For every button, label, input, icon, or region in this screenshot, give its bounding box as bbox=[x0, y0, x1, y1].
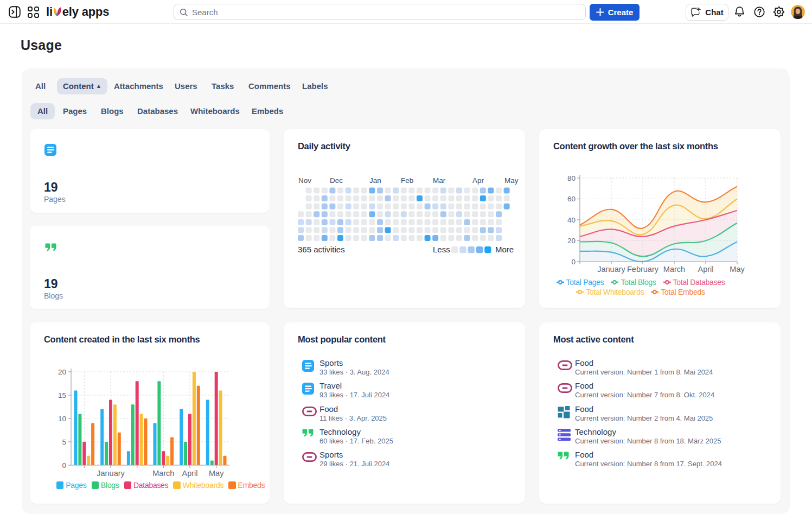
svg-text:40: 40 bbox=[567, 216, 576, 224]
svg-text:January: January bbox=[597, 265, 625, 274]
svg-text:5: 5 bbox=[62, 438, 66, 446]
svg-text:April: April bbox=[182, 469, 197, 478]
svg-text:Apr: Apr bbox=[472, 176, 484, 185]
svg-text:15: 15 bbox=[58, 391, 66, 399]
svg-text:20: 20 bbox=[58, 368, 66, 376]
svg-text:January: January bbox=[97, 469, 125, 478]
svg-text:March: March bbox=[152, 469, 174, 478]
svg-text:May: May bbox=[504, 176, 519, 185]
svg-text:60: 60 bbox=[567, 195, 576, 203]
svg-text:10: 10 bbox=[58, 415, 66, 423]
svg-text:May: May bbox=[209, 469, 224, 478]
svg-text:Nov: Nov bbox=[298, 176, 311, 185]
svg-text:Feb: Feb bbox=[401, 176, 413, 185]
svg-text:0: 0 bbox=[62, 461, 66, 469]
svg-text:March: March bbox=[663, 265, 685, 274]
svg-text:Jan: Jan bbox=[369, 176, 381, 185]
svg-text:0: 0 bbox=[571, 258, 576, 266]
svg-text:May: May bbox=[730, 265, 745, 274]
svg-text:April: April bbox=[698, 265, 713, 274]
svg-text:Mar: Mar bbox=[433, 176, 446, 185]
svg-text:80: 80 bbox=[567, 174, 576, 182]
svg-text:20: 20 bbox=[567, 237, 576, 245]
svg-text:Dec: Dec bbox=[330, 176, 343, 185]
svg-text:February: February bbox=[627, 265, 659, 274]
